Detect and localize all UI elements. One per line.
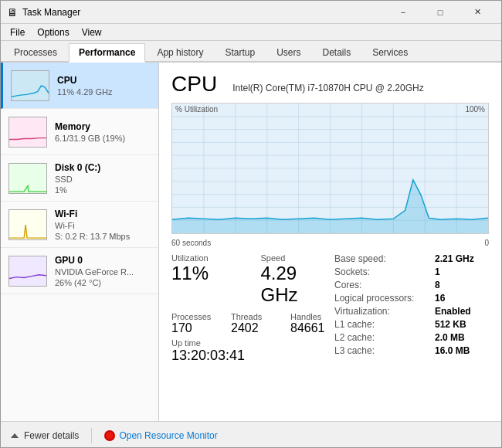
- app-title: Task Manager: [22, 7, 385, 18]
- wifi-info: Wi-Fi Wi-Fi S: 0.2 R: 13.7 Mbps: [55, 209, 151, 241]
- tab-performance[interactable]: Performance: [69, 43, 145, 63]
- tab-users[interactable]: Users: [266, 43, 310, 61]
- l2-key: L2 cache:: [334, 332, 435, 343]
- l3-val: 16.0 MB: [435, 345, 470, 356]
- detail-panel: CPU Intel(R) Core(TM) i7-10870H CPU @ 2.…: [159, 63, 501, 421]
- base-speed-row: Base speed: 2.21 GHz: [334, 253, 489, 264]
- utilization-block: Utilization 11%: [171, 253, 246, 306]
- svg-rect-3: [9, 210, 46, 239]
- l2-row: L2 cache: 2.0 MB: [334, 332, 489, 343]
- uptime-block: Up time 13:20:03:41: [171, 338, 334, 364]
- l1-val: 512 KB: [435, 319, 466, 330]
- chevron-up-icon: [10, 431, 19, 440]
- close-button[interactable]: ✕: [460, 1, 495, 24]
- processes-label: Processes: [171, 312, 215, 321]
- info-panel: Base speed: 2.21 GHz Sockets: 1 Cores: 8…: [334, 253, 489, 364]
- uptime-label: Up time: [171, 338, 334, 348]
- virt-key: Virtualization:: [334, 306, 435, 317]
- sidebar-item-gpu[interactable]: GPU 0 NVIDIA GeForce R... 26% (42 °C): [1, 248, 158, 294]
- processes-value: 170: [171, 321, 215, 335]
- logical-row: Logical processors: 16: [334, 293, 489, 304]
- main-content: CPU 11% 4.29 GHz Memory 6.1/31.9 GB (19%…: [1, 63, 501, 421]
- disk-thumbnail: [8, 163, 47, 194]
- threads-label: Threads: [231, 312, 275, 321]
- wifi-thumbnail: [8, 209, 47, 240]
- utilization-value: 11%: [171, 263, 246, 284]
- speed-block: Speed 4.29 GHz: [261, 253, 335, 306]
- logical-val: 16: [435, 293, 445, 304]
- handles-label: Handles: [290, 312, 334, 321]
- processes-block: Processes 170: [171, 312, 215, 335]
- open-resource-monitor-link[interactable]: Open Resource Monitor: [119, 430, 217, 441]
- chart-svg: [172, 104, 488, 233]
- disk-label: Disk 0 (C:): [55, 162, 151, 173]
- bottom-stats: Utilization 11% Speed 4.29 GHz Processes…: [171, 253, 489, 364]
- l1-key: L1 cache:: [334, 319, 435, 330]
- handles-block: Handles 84661: [290, 312, 334, 335]
- fewer-details-label: Fewer details: [24, 430, 79, 441]
- tab-app-history[interactable]: App history: [147, 43, 213, 61]
- cpu-chart: % Utilization 100%: [171, 103, 489, 234]
- speed-value: 4.29 GHz: [261, 263, 335, 306]
- speed-label: Speed: [261, 253, 335, 263]
- cpu-label: CPU: [57, 75, 151, 86]
- left-stats: Utilization 11% Speed 4.29 GHz Processes…: [171, 253, 334, 364]
- util-speed-row: Utilization 11% Speed 4.29 GHz: [171, 253, 334, 306]
- svg-rect-1: [9, 117, 46, 147]
- gpu-detail1: NVIDIA GeForce R...: [55, 267, 151, 277]
- disk-info: Disk 0 (C:) SSD 1%: [55, 162, 151, 195]
- svg-marker-25: [11, 433, 19, 438]
- footer: Fewer details Open Resource Monitor: [1, 421, 501, 448]
- gpu-info: GPU 0 NVIDIA GeForce R... 26% (42 °C): [55, 255, 151, 287]
- tab-services[interactable]: Services: [362, 43, 418, 61]
- menu-options[interactable]: Options: [31, 25, 75, 39]
- tab-details[interactable]: Details: [312, 43, 361, 61]
- detail-title: CPU: [171, 72, 217, 97]
- disk-detail1: SSD: [55, 175, 151, 184]
- maximize-button[interactable]: □: [422, 1, 458, 24]
- sockets-key: Sockets:: [334, 266, 435, 277]
- uptime-value: 13:20:03:41: [171, 348, 334, 364]
- sidebar-item-disk[interactable]: Disk 0 (C:) SSD 1%: [1, 155, 158, 202]
- virt-val: Enabled: [435, 306, 471, 317]
- utilization-label: Utilization: [171, 253, 246, 263]
- sidebar-item-memory[interactable]: Memory 6.1/31.9 GB (19%): [1, 109, 158, 155]
- logical-key: Logical processors:: [334, 293, 435, 304]
- sockets-row: Sockets: 1: [334, 266, 489, 277]
- base-speed-val: 2.21 GHz: [435, 253, 474, 264]
- sockets-val: 1: [435, 266, 440, 277]
- l3-key: L3 cache:: [334, 345, 435, 356]
- base-speed-key: Base speed:: [334, 253, 435, 264]
- chart-y-max: 100%: [465, 105, 485, 114]
- proc-thread-handle-row: Processes 170 Threads 2402 Handles 84661: [171, 312, 334, 335]
- wifi-detail1: Wi-Fi: [55, 221, 151, 230]
- detail-subtitle: Intel(R) Core(TM) i7-10870H CPU @ 2.20GH…: [232, 83, 424, 93]
- detail-header: CPU Intel(R) Core(TM) i7-10870H CPU @ 2.…: [171, 72, 489, 97]
- wifi-detail2: S: 0.2 R: 13.7 Mbps: [55, 232, 151, 241]
- window-controls: − □ ✕: [385, 1, 495, 24]
- monitor-icon: [104, 430, 115, 441]
- chart-x-max: 0: [484, 239, 489, 247]
- gpu-label: GPU 0: [55, 255, 151, 266]
- threads-block: Threads 2402: [231, 312, 275, 335]
- titlebar: 🖥 Task Manager − □ ✕: [1, 1, 501, 24]
- wifi-label: Wi-Fi: [55, 209, 151, 219]
- minimize-button[interactable]: −: [385, 1, 421, 24]
- l3-row: L3 cache: 16.0 MB: [334, 345, 489, 356]
- cores-val: 8: [435, 280, 440, 290]
- menu-view[interactable]: View: [76, 25, 108, 39]
- menubar: File Options View: [1, 24, 501, 41]
- handles-value: 84661: [290, 321, 334, 335]
- svg-rect-4: [9, 256, 46, 286]
- cpu-info: CPU 11% 4.29 GHz: [57, 75, 151, 97]
- tab-startup[interactable]: Startup: [215, 43, 265, 61]
- virt-row: Virtualization: Enabled: [334, 306, 489, 317]
- sidebar-item-cpu[interactable]: CPU 11% 4.29 GHz: [1, 63, 158, 109]
- chart-x-label: 60 seconds: [171, 239, 211, 247]
- sidebar-item-wifi[interactable]: Wi-Fi Wi-Fi S: 0.2 R: 13.7 Mbps: [1, 202, 158, 248]
- memory-label: Memory: [55, 121, 151, 132]
- tab-processes[interactable]: Processes: [4, 43, 67, 61]
- fewer-details-button[interactable]: Fewer details: [10, 430, 79, 441]
- menu-file[interactable]: File: [4, 25, 31, 39]
- gpu-detail2: 26% (42 °C): [55, 278, 151, 287]
